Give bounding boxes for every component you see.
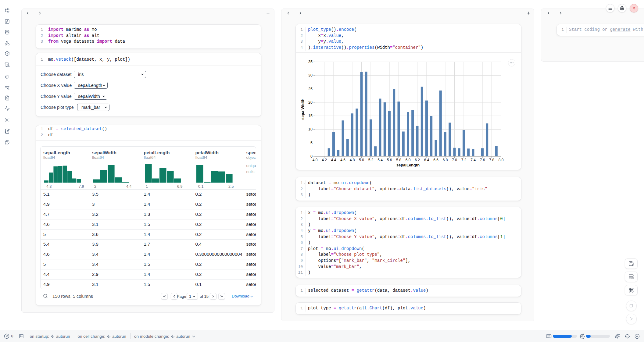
svg-text:5.8: 5.8 (396, 158, 401, 162)
svg-text:5.6: 5.6 (387, 158, 392, 162)
svg-text:6.6: 6.6 (433, 158, 438, 162)
svg-text:5.0: 5.0 (359, 158, 364, 162)
svg-text:5.4: 5.4 (377, 158, 383, 162)
svg-text:5: 5 (310, 141, 313, 145)
svg-text:8.0: 8.0 (499, 158, 504, 162)
svg-text:7.6: 7.6 (480, 158, 485, 162)
svg-text:7.8: 7.8 (489, 158, 494, 162)
svg-text:0: 0 (310, 154, 313, 159)
svg-text:4.4: 4.4 (331, 158, 336, 162)
svg-text:7.2: 7.2 (461, 158, 467, 162)
svg-text:30: 30 (308, 73, 313, 77)
svg-text:6.2: 6.2 (415, 158, 420, 162)
svg-text:sepalLength: sepalLength (396, 163, 420, 167)
svg-text:7.0: 7.0 (452, 158, 457, 162)
svg-text:15: 15 (308, 114, 313, 118)
svg-text:10: 10 (308, 127, 313, 131)
svg-text:4.0: 4.0 (313, 158, 318, 162)
svg-text:6.4: 6.4 (424, 158, 429, 162)
svg-text:4.6: 4.6 (340, 158, 345, 162)
svg-text:6.0: 6.0 (406, 158, 411, 162)
svg-text:7.4: 7.4 (470, 158, 476, 162)
svg-text:4.2: 4.2 (322, 158, 327, 162)
svg-text:5.2: 5.2 (368, 158, 374, 162)
svg-text:20: 20 (308, 100, 313, 105)
svg-text:25: 25 (308, 87, 313, 91)
svg-text:4.8: 4.8 (350, 158, 355, 162)
svg-text:35: 35 (308, 60, 313, 64)
svg-text:sepalWidth: sepalWidth (300, 98, 305, 119)
svg-text:6.8: 6.8 (443, 158, 448, 162)
